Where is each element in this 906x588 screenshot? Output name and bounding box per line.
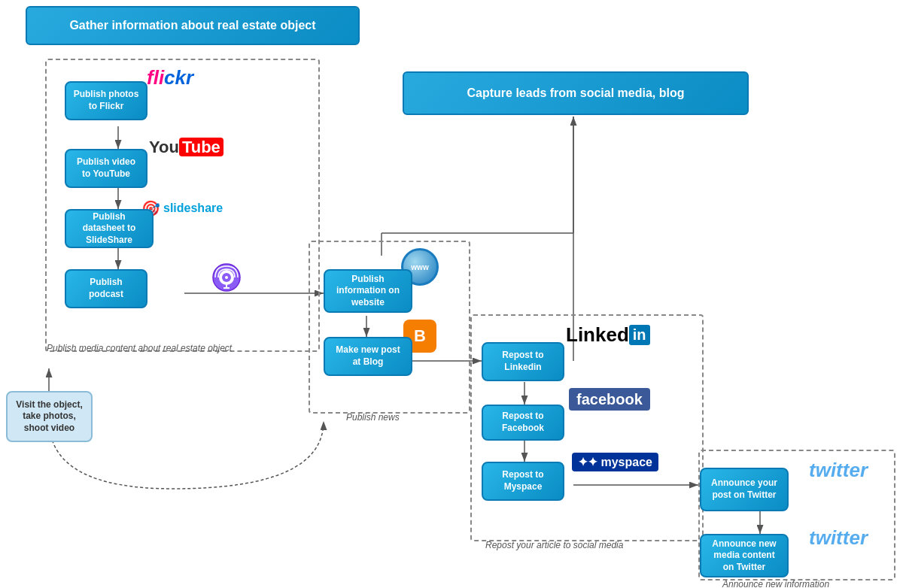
repost-linkedin-node[interactable]: Repost to Linkedin	[482, 342, 564, 381]
svg-point-19	[225, 276, 228, 279]
visit-object-node[interactable]: Visit the object, take photos, shoot vid…	[6, 391, 93, 442]
capture-header: Capture leads from social media, blog	[403, 71, 749, 115]
announce-media-node[interactable]: Announce new media content on Twitter	[700, 534, 789, 577]
repost-facebook-node[interactable]: Repost to Facebook	[482, 405, 564, 441]
publish-video-node[interactable]: Publish video to YouTube	[65, 149, 147, 188]
linkedin-logo: Linked in	[566, 323, 650, 347]
diagram: Gather information about real estate obj…	[0, 0, 906, 588]
publish-news-box	[309, 241, 470, 414]
gather-header: Gather information about real estate obj…	[26, 6, 360, 45]
publish-datasheet-node[interactable]: Publish datasheet to SlideShare	[65, 209, 154, 248]
announce-twitter-node[interactable]: Announce your post on Twitter	[700, 468, 789, 511]
twitter-logo-1: twitter	[809, 459, 868, 482]
publish-website-node[interactable]: Publish information on website	[324, 269, 412, 313]
podcast-logo	[212, 263, 241, 295]
make-blog-node[interactable]: Make new post at Blog	[324, 337, 412, 376]
publish-news-label: Publish news	[346, 412, 400, 423]
repost-myspace-node[interactable]: Repost to Myspace	[482, 462, 564, 501]
repost-social-label: Repost your article to social media	[485, 540, 623, 550]
publish-media-label: Publish media content about real estate …	[47, 343, 232, 353]
myspace-logo: ✦✦ myspace	[572, 455, 658, 469]
youtube-logo: YouTube	[149, 138, 223, 157]
announce-label: Announce new information	[722, 579, 829, 588]
facebook-logo: facebook	[569, 391, 650, 408]
twitter-logo-2: twitter	[809, 526, 868, 550]
publish-podcast-node[interactable]: Publish podcast	[65, 269, 147, 308]
publish-photos-node[interactable]: Publish photos to Flickr	[65, 81, 147, 120]
flickr-logo: flickr	[147, 66, 193, 89]
slideshare-logo: 🎯 slideshare	[141, 199, 223, 217]
